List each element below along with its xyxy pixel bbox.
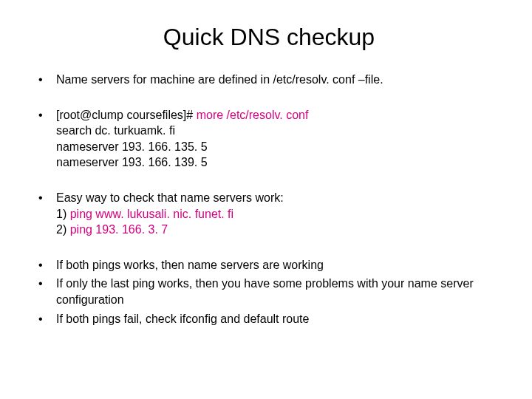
step-num: 2) xyxy=(56,223,70,236)
slide-title: Quick DNS checkup xyxy=(35,24,502,51)
bullet-easy-check: Easy way to check that name servers work… xyxy=(35,190,502,238)
bullet-nameservers-defined: Name servers for machine are defined in … xyxy=(35,72,502,88)
bullet-text: If both pings fail, check ifconfig and d… xyxy=(56,313,309,325)
resolv-line-ns2: nameserver 193. 166. 139. 5 xyxy=(56,154,502,171)
bullet-list: Name servers for machine are defined in … xyxy=(35,72,502,327)
bullet-both-fail: If both pings fail, check ifconfig and d… xyxy=(35,311,502,327)
ping-step-2: 2) ping 193. 166. 3. 7 xyxy=(56,222,502,238)
bullet-text: Name servers for machine are defined in … xyxy=(56,73,383,86)
bullet-both-work: If both pings works, then name servers a… xyxy=(35,257,502,273)
ping-step-1: 1) ping www. lukusali. nic. funet. fi xyxy=(56,206,502,222)
easy-check-intro: Easy way to check that name servers work… xyxy=(56,191,284,204)
bullet-only-last: If only the last ping works, then you ha… xyxy=(35,276,502,307)
step-num: 1) xyxy=(56,208,70,220)
ping-ip: ping 193. 166. 3. 7 xyxy=(70,223,168,236)
bullet-text: If only the last ping works, then you ha… xyxy=(56,277,474,306)
shell-prompt: [root@clump coursefiles]# xyxy=(56,109,197,121)
resolv-line-ns1: nameserver 193. 166. 135. 5 xyxy=(56,139,502,155)
bullet-more-resolv: [root@clump coursefiles]# more /etc/reso… xyxy=(35,107,502,171)
shell-command: more /etc/resolv. conf xyxy=(197,109,309,121)
bullet-text: If both pings works, then name servers a… xyxy=(56,259,324,271)
slide: Quick DNS checkup Name servers for machi… xyxy=(0,0,532,399)
ping-hostname: ping www. lukusali. nic. funet. fi xyxy=(70,208,233,220)
resolv-line-search: search dc. turkuamk. fi xyxy=(56,123,502,139)
